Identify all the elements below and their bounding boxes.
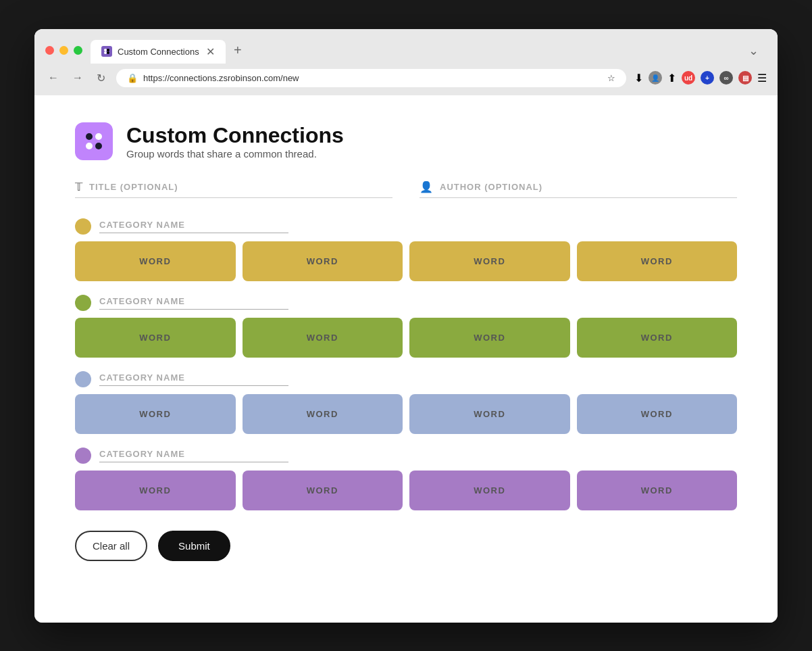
word-card[interactable]: WORD	[243, 471, 403, 510]
download-icon[interactable]: ⬇	[634, 72, 643, 85]
words-grid-green: WORD WORD WORD WORD	[75, 318, 737, 358]
category-name-input-yellow[interactable]	[99, 220, 288, 233]
extension-icon-2[interactable]: +	[701, 71, 714, 85]
words-grid-yellow: WORD WORD WORD WORD	[75, 241, 737, 281]
security-icon: 🔒	[127, 73, 138, 83]
forward-button[interactable]: →	[70, 69, 86, 87]
extension-icon-4[interactable]: ▤	[738, 71, 752, 85]
bookmark-icon[interactable]: ☆	[607, 73, 615, 83]
word-card[interactable]: WORD	[75, 318, 236, 358]
close-button[interactable]	[45, 46, 54, 55]
app-header: Custom Connections Group words that shar…	[75, 122, 737, 160]
word-card[interactable]: WORD	[577, 394, 738, 434]
active-tab[interactable]: Custom Connections ✕	[91, 40, 226, 64]
category-name-input-blue[interactable]	[99, 372, 288, 386]
category-section-yellow: WORD WORD WORD WORD	[75, 218, 737, 281]
share-icon[interactable]: ⬆	[667, 72, 676, 85]
extension-icon-3[interactable]: ∞	[719, 71, 733, 85]
word-card[interactable]: WORD	[243, 318, 403, 358]
author-icon: 👤	[420, 180, 433, 193]
minimize-button[interactable]	[59, 46, 68, 55]
word-card[interactable]: WORD	[75, 394, 236, 434]
svg-point-5	[86, 133, 93, 140]
refresh-button[interactable]: ↻	[94, 69, 108, 87]
word-card[interactable]: WORD	[577, 318, 738, 358]
svg-point-0	[104, 49, 107, 51]
author-input[interactable]	[440, 182, 737, 192]
title-field-group: 𝕋	[75, 180, 392, 198]
word-card[interactable]: WORD	[409, 471, 570, 510]
category-section-green: WORD WORD WORD WORD	[75, 295, 737, 358]
maximize-button[interactable]	[74, 46, 82, 55]
svg-point-8	[95, 143, 102, 149]
category-dot-purple	[75, 448, 91, 464]
app-title-block: Custom Connections Group words that shar…	[126, 123, 344, 160]
svg-point-3	[107, 49, 109, 51]
svg-rect-4	[82, 129, 106, 153]
word-card[interactable]: WORD	[409, 318, 570, 358]
tab-favicon	[101, 46, 112, 57]
word-card[interactable]: WORD	[75, 471, 236, 510]
fields-row: 𝕋 👤	[75, 180, 737, 198]
window-controls	[45, 46, 82, 55]
actions-row: Clear all Submit	[75, 531, 737, 561]
category-name-input-green[interactable]	[99, 296, 288, 310]
category-header-green	[75, 295, 737, 311]
word-card[interactable]: WORD	[409, 394, 570, 434]
word-card[interactable]: WORD	[577, 471, 738, 510]
title-input[interactable]	[89, 182, 392, 192]
page-content: Custom Connections Group words that shar…	[34, 95, 778, 623]
word-card[interactable]: WORD	[577, 241, 738, 281]
app-logo	[75, 122, 113, 160]
category-header-purple	[75, 448, 737, 464]
category-dot-green	[75, 295, 91, 311]
svg-point-7	[86, 143, 93, 149]
word-card[interactable]: WORD	[243, 394, 403, 434]
app-title: Custom Connections	[126, 123, 344, 148]
category-name-input-purple[interactable]	[99, 449, 288, 462]
words-grid-blue: WORD WORD WORD WORD	[75, 394, 737, 434]
words-grid-purple: WORD WORD WORD WORD	[75, 471, 737, 510]
profile-icon[interactable]: 👤	[649, 71, 662, 85]
category-dot-yellow	[75, 218, 91, 235]
address-bar: ← → ↻ 🔒 https://connections.zsrobinson.c…	[34, 64, 778, 95]
submit-button[interactable]: Submit	[158, 531, 230, 561]
clear-all-button[interactable]: Clear all	[75, 531, 147, 561]
url-text: https://connections.zsrobinson.com/new	[143, 73, 299, 83]
title-icon: 𝕋	[75, 180, 82, 193]
category-header-yellow	[75, 218, 737, 235]
back-button[interactable]: ←	[45, 69, 61, 87]
toolbar-icons: ⬇ 👤 ⬆ ud + ∞ ▤ ☰	[634, 71, 767, 85]
author-field-group: 👤	[420, 180, 737, 198]
category-section-purple: WORD WORD WORD WORD	[75, 448, 737, 510]
word-card[interactable]: WORD	[243, 241, 403, 281]
app-subtitle: Group words that share a common thread.	[126, 148, 344, 160]
svg-point-2	[104, 51, 107, 54]
svg-point-1	[107, 51, 109, 54]
word-card[interactable]: WORD	[409, 241, 570, 281]
svg-point-6	[95, 133, 102, 140]
tab-title: Custom Connections	[118, 47, 199, 57]
new-tab-button[interactable]: +	[226, 37, 250, 64]
extension-icon-1[interactable]: ud	[682, 71, 695, 85]
hamburger-icon[interactable]: ☰	[757, 72, 767, 85]
word-card[interactable]: WORD	[75, 241, 236, 281]
category-header-blue	[75, 371, 737, 387]
browser-window: Custom Connections ✕ + ⌄ ← → ↻ 🔒 https:/…	[34, 29, 778, 623]
url-bar[interactable]: 🔒 https://connections.zsrobinson.com/new…	[116, 69, 626, 87]
tab-close-icon[interactable]: ✕	[206, 45, 215, 58]
category-section-blue: WORD WORD WORD WORD	[75, 371, 737, 434]
category-dot-blue	[75, 371, 91, 387]
title-bar: Custom Connections ✕ + ⌄ ← → ↻ 🔒 https:/…	[34, 29, 778, 95]
browser-menu-button[interactable]: ⌄	[740, 38, 767, 64]
